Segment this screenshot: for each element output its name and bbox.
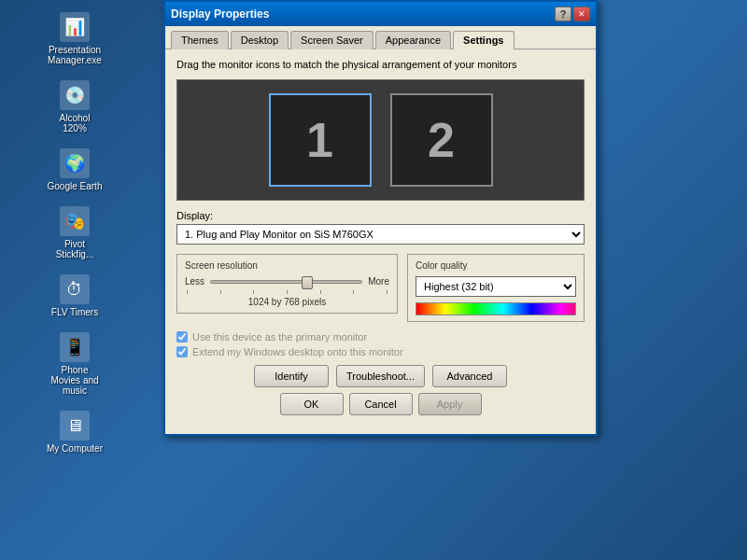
color-select-row: Highest (32 bit) [416,276,576,297]
tick-4 [287,290,288,294]
checkbox-primary-monitor: Use this device as the primary monitor [176,331,585,343]
tick-5 [320,290,321,294]
two-col-area: Screen resolution Less More [176,254,585,322]
monitor-2-number: 2 [428,112,455,168]
color-select[interactable]: Highest (32 bit) [416,276,576,297]
less-label: Less [185,276,204,287]
dialog-title: Display Properties [171,7,269,21]
resolution-label: Screen resolution [185,260,389,271]
dialog-content: Drag the monitor icons to match the phys… [165,49,596,434]
color-bar [416,302,576,315]
phone-movies-label: Phone Movies and music [47,365,103,396]
ok-cancel-row: OK Cancel Apply [176,393,585,425]
slider-ticks [185,290,389,294]
resolution-slider-thumb[interactable] [302,276,313,289]
tick-6 [353,290,354,294]
checkbox-extend-input[interactable] [176,346,188,357]
display-select[interactable]: 1. Plug and Play Monitor on SiS M760GX [176,224,585,245]
google-earth-label: Google Earth [48,181,103,191]
identify-button[interactable]: Identify [254,365,329,387]
action-buttons: Identify Troubleshoot... Advanced [176,365,585,387]
slider-row: Less More [185,276,389,287]
alcohol-label: Alcohol 120% [47,113,103,133]
color-label: Color quality [416,260,576,271]
desktop-icon-flv[interactable]: ⏱ FLV Timers [5,272,145,320]
description-text: Drag the monitor icons to match the phys… [176,59,585,70]
color-box: Color quality Highest (32 bit) [407,254,585,322]
presentation-icon: 📊 [60,12,90,42]
title-controls: ? ✕ [555,7,590,21]
desktop-icon-my-computer[interactable]: 🖥 My Computer [5,408,145,456]
resolution-box: Screen resolution Less More [176,254,398,314]
resolution-slider-track [210,280,362,284]
display-label: Display: [176,210,585,221]
tab-screen-saver[interactable]: Screen Saver [290,31,374,49]
monitor-1[interactable]: 1 [269,93,372,187]
my-computer-icon: 🖥 [60,411,90,441]
alcohol-icon: 💿 [60,80,90,110]
tab-bar: Themes Desktop Screen Saver Appearance S… [165,26,596,49]
display-properties-dialog: Display Properties ? ✕ Themes Desktop Sc… [163,0,598,436]
desktop-icon-pivot[interactable]: 🎭 Pivot Stickfig... [5,203,145,262]
resolution-col: Screen resolution Less More [176,254,398,322]
flv-icon: ⏱ [60,274,90,304]
tab-appearance[interactable]: Appearance [375,31,451,49]
tab-settings[interactable]: Settings [453,31,514,49]
desktop-icon-phone-movies[interactable]: 📱 Phone Movies and music [5,329,145,399]
desktop: 📊 Presentation Manager.exe 💿 Alcohol 120… [0,0,747,560]
phone-movies-icon: 📱 [60,332,90,362]
checkbox-extend-label: Extend my Windows desktop onto this moni… [192,346,403,357]
pivot-label: Pivot Stickfig... [47,239,103,259]
checkbox-primary-input[interactable] [176,331,188,343]
presentation-label: Presentation Manager.exe [47,45,103,65]
more-label: More [368,276,389,287]
monitor-1-number: 1 [306,112,333,168]
monitor-2[interactable]: 2 [390,93,493,187]
troubleshoot-button[interactable]: Troubleshoot... [336,365,425,387]
advanced-button[interactable]: Advanced [432,365,507,387]
color-col: Color quality Highest (32 bit) [407,254,585,322]
tab-themes[interactable]: Themes [171,31,229,49]
checkbox-primary-label: Use this device as the primary monitor [192,331,367,343]
my-computer-label: My Computer [47,443,103,454]
checkbox-extend-desktop: Extend my Windows desktop onto this moni… [176,346,585,357]
title-bar: Display Properties ? ✕ [165,2,596,26]
help-button[interactable]: ? [555,7,571,21]
google-earth-icon: 🌍 [60,148,90,178]
flv-label: FLV Timers [51,307,98,317]
ok-button[interactable]: OK [280,393,344,415]
pivot-icon: 🎭 [60,206,90,236]
desktop-icons-panel: 📊 Presentation Manager.exe 💿 Alcohol 120… [0,0,149,560]
resolution-value: 1024 by 768 pixels [185,297,389,307]
desktop-icon-presentation[interactable]: 📊 Presentation Manager.exe [5,9,145,68]
tab-desktop[interactable]: Desktop [231,31,289,49]
cancel-button[interactable]: Cancel [349,393,413,415]
tick-2 [220,290,221,294]
tick-3 [253,290,254,294]
tick-7 [387,290,388,294]
desktop-icon-google-earth[interactable]: 🌍 Google Earth [5,146,145,194]
monitor-preview-area: 1 2 [176,79,585,201]
display-dropdown-row: 1. Plug and Play Monitor on SiS M760GX [176,224,585,245]
apply-button[interactable]: Apply [418,393,482,415]
close-button[interactable]: ✕ [573,7,590,21]
tick-1 [187,290,188,294]
desktop-icon-alcohol[interactable]: 💿 Alcohol 120% [5,77,145,136]
